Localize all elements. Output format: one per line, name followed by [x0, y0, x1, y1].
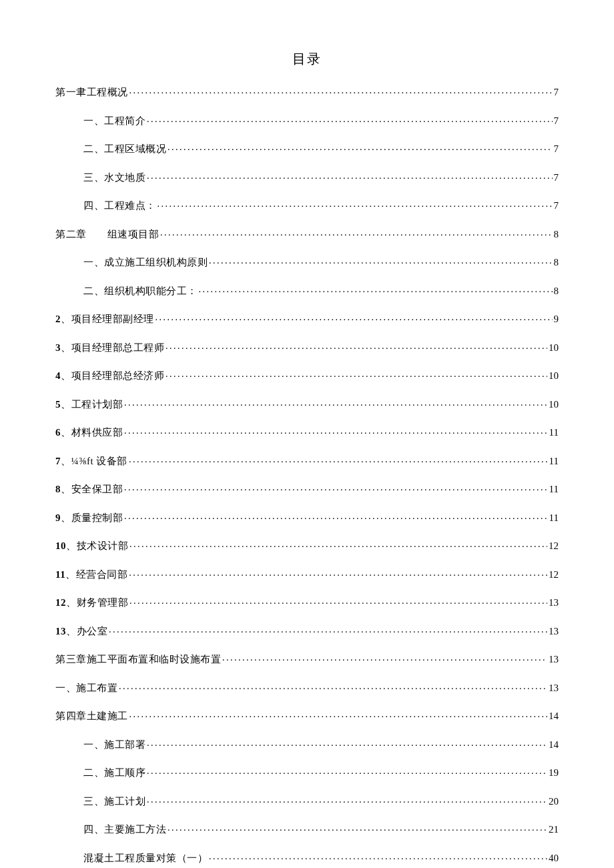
toc-entry-number: 13	[55, 626, 66, 636]
toc-entry-page: 14	[549, 711, 559, 721]
toc-entry-page: 13	[549, 626, 559, 636]
toc-entry-page: 11	[549, 456, 559, 466]
toc-entry: 一、工程简介 7	[55, 114, 559, 126]
toc-entry-page: 13	[549, 655, 559, 665]
toc-entry-label: 一、施工部署	[83, 740, 145, 750]
toc-leader-dots	[124, 398, 547, 408]
toc-entry-page: 7	[554, 173, 559, 183]
toc-entry: 三、水文地质 7	[55, 171, 559, 183]
toc-entry-label: 11、经营合同部	[55, 570, 127, 580]
toc-entry: 12、财务管理部 13	[55, 596, 559, 608]
toc-entry-page: 7	[554, 144, 559, 154]
toc-leader-dots	[147, 766, 547, 776]
toc-entry-label: 8、安全保卫部	[55, 484, 123, 494]
toc-entry-page: 8	[554, 258, 559, 268]
toc-entry-label: 四、主要施工方法	[83, 825, 166, 835]
toc-leader-dots	[199, 284, 553, 294]
toc-leader-dots	[119, 681, 547, 691]
toc-leader-dots	[129, 85, 553, 95]
toc-title: 目录	[55, 50, 559, 68]
toc-entry-label: 混凝土工程质量对策（一）	[83, 853, 208, 863]
toc-entry-label: 12、财务管理部	[55, 598, 128, 608]
toc-entry-page: 19	[549, 768, 559, 778]
toc-entry: 第三章施工平面布置和临时设施布置 13	[55, 653, 559, 665]
toc-entry: 一、施工部署 14	[55, 738, 559, 750]
toc-entry: 8、安全保卫部 11	[55, 482, 559, 494]
toc-leader-dots	[129, 709, 548, 719]
toc-entry-label: 9、质量控制部	[55, 513, 123, 523]
toc-entry-number: 3	[55, 342, 61, 353]
toc-leader-dots	[160, 228, 553, 238]
toc-entry: 混凝土工程质量对策（一） 40	[55, 851, 559, 863]
toc-leader-dots	[209, 256, 553, 266]
toc-entry-label: 7、¼⅜ft 设备部	[55, 456, 127, 466]
toc-entry: 2、项目经理部副经理 9	[55, 312, 559, 324]
document-page: 目录 第一聿工程概况 7一、工程简介 7二、工程区域概况 7三、水文地质 7四、…	[0, 0, 614, 868]
toc-entry-page: 11	[549, 428, 559, 438]
toc-entry-page: 13	[549, 598, 559, 608]
toc-leader-dots	[166, 341, 547, 351]
toc-entry-page: 13	[549, 683, 559, 693]
toc-leader-dots	[168, 823, 547, 833]
toc-entry-page: 7	[554, 201, 559, 211]
toc-entry: 9、质量控制部 11	[55, 511, 559, 523]
toc-entry: 4、项目经理部总经济师 10	[55, 369, 559, 381]
toc-entry-number: 12	[55, 597, 66, 608]
toc-entry-page: 10	[549, 343, 559, 353]
toc-entry-label: 13、办公室	[55, 626, 107, 636]
toc-leader-dots	[147, 795, 547, 805]
toc-entry-label: 6、材料供应部	[55, 428, 123, 438]
toc-entry: 7、¼⅜ft 设备部 11	[55, 454, 559, 466]
toc-entry-label: 2、项目经理部副经理	[55, 314, 154, 324]
toc-entry-page: 7	[554, 116, 559, 126]
toc-entry-label: 二、工程区域概况	[83, 144, 166, 154]
toc-leader-dots	[147, 114, 553, 124]
toc-entry-number: 4	[55, 370, 61, 381]
toc-entry: 四、工程难点： 7	[55, 199, 559, 211]
toc-entry-page: 8	[554, 286, 559, 296]
toc-entry-page: 10	[549, 400, 559, 410]
toc-entry: 一、成立施工组织机构原则 8	[55, 256, 559, 268]
toc-body: 第一聿工程概况 7一、工程简介 7二、工程区域概况 7三、水文地质 7四、工程难…	[55, 85, 559, 863]
toc-entry: 11、经营合同部 12	[55, 568, 559, 580]
toc-leader-dots	[147, 738, 547, 748]
toc-entry-number: 5	[55, 399, 61, 410]
toc-entry-page: 9	[554, 314, 559, 324]
toc-entry: 二、工程区域概况 7	[55, 142, 559, 154]
toc-entry-page: 20	[549, 797, 559, 807]
toc-entry: 6、材料供应部 11	[55, 426, 559, 438]
toc-entry-page: 21	[549, 825, 559, 835]
toc-entry-number: 7	[55, 456, 61, 466]
toc-entry-page: 14	[549, 740, 559, 750]
toc-leader-dots	[129, 568, 547, 578]
toc-entry-page: 12	[549, 541, 559, 551]
toc-entry: 四、主要施工方法 21	[55, 823, 559, 835]
toc-entry-label: 二、施工顺序	[83, 768, 145, 778]
toc-leader-dots	[109, 624, 547, 634]
toc-entry-label: 一、施工布置	[55, 683, 117, 693]
toc-entry-label: 一、工程简介	[83, 116, 145, 126]
toc-leader-dots	[129, 539, 547, 549]
toc-entry-page: 7	[554, 87, 559, 97]
toc-entry-label: 二、组织机构职能分工：	[83, 286, 198, 296]
toc-leader-dots	[209, 851, 547, 861]
toc-leader-dots	[156, 312, 553, 322]
toc-entry-label: 10、技术设计部	[55, 541, 128, 551]
toc-entry-label: 三、水文地质	[83, 173, 145, 183]
toc-entry-number: 9	[55, 512, 61, 523]
toc-entry-label: 第一聿工程概况	[55, 87, 128, 97]
toc-entry-number: 6	[55, 427, 61, 438]
toc-entry-label: 第三章施工平面布置和临时设施布置	[55, 655, 221, 665]
toc-entry-label: 四、工程难点：	[83, 201, 156, 211]
toc-entry-label: 5、工程计划部	[55, 400, 123, 410]
toc-entry-label: 4、项目经理部总经济师	[55, 371, 164, 381]
toc-entry-number: 2	[55, 314, 61, 324]
toc-entry-label: 一、成立施工组织机构原则	[83, 258, 208, 268]
toc-entry: 第一聿工程概况 7	[55, 85, 559, 97]
toc-entry-label: 3、项目经理部总工程师	[55, 343, 164, 353]
toc-entry-page: 11	[549, 513, 559, 523]
toc-entry-number: 10	[55, 540, 66, 551]
toc-entry: 5、工程计划部 10	[55, 398, 559, 410]
toc-entry: 第四章土建施工 14	[55, 709, 559, 721]
toc-leader-dots	[158, 199, 553, 209]
